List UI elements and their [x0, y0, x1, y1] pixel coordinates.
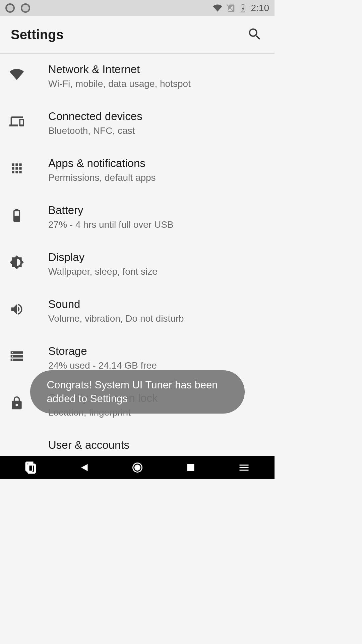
list-item-title: Battery — [48, 204, 266, 217]
list-item-title: User & accounts — [48, 439, 266, 451]
storage-icon — [9, 349, 24, 364]
page-title: Settings — [11, 27, 64, 42]
nav-overview-button[interactable] — [174, 460, 207, 476]
lock-icon — [9, 396, 24, 411]
wifi-icon — [213, 3, 222, 13]
toast-message: Congrats! System UI Tuner has been added… — [47, 379, 218, 404]
brightness-icon — [9, 255, 24, 270]
status-time: 2:10 — [251, 3, 269, 13]
home-circle-icon — [131, 462, 143, 474]
square-icon — [185, 462, 197, 474]
status-indicator-dot — [21, 3, 30, 13]
list-item-title: Storage — [48, 345, 266, 358]
settings-item-sound[interactable]: Sound Volume, vibration, Do not disturb — [0, 288, 275, 335]
battery-charging-icon — [238, 3, 248, 13]
toast-notification: Congrats! System UI Tuner has been added… — [30, 370, 245, 414]
list-item-subtitle: Volume, vibration, Do not disturb — [48, 312, 266, 325]
list-item-subtitle: Wallpaper, sleep, font size — [48, 265, 266, 278]
list-item-subtitle: 27% - 4 hrs until full over USB — [48, 218, 266, 231]
settings-item-battery[interactable]: Battery 27% - 4 hrs until full over USB — [0, 195, 275, 241]
svg-point-4 — [134, 465, 140, 471]
list-item-title: Connected devices — [48, 110, 266, 123]
navigation-bar — [0, 456, 275, 479]
wifi-icon — [9, 67, 24, 82]
list-item-title: Display — [48, 251, 266, 264]
menu-icon — [238, 462, 250, 474]
search-icon — [247, 26, 262, 42]
nav-back-button[interactable] — [67, 460, 101, 476]
list-item-subtitle: 24% used - 24.14 GB free — [48, 359, 266, 372]
status-left — [5, 3, 30, 13]
list-item-subtitle: Permissions, default apps — [48, 171, 266, 184]
status-indicator-dot — [5, 3, 15, 13]
svg-rect-0 — [15, 211, 19, 216]
volume-icon — [9, 302, 24, 317]
settings-item-network[interactable]: Network & Internet Wi-Fi, mobile, data u… — [0, 54, 275, 101]
devices-icon — [9, 114, 24, 129]
list-item-subtitle: Bluetooth, NFC, cast — [48, 124, 266, 137]
svg-rect-5 — [187, 464, 194, 471]
settings-item-apps[interactable]: Apps & notifications Permissions, defaul… — [0, 148, 275, 195]
settings-item-users[interactable]: User & accounts — [0, 429, 275, 451]
list-item-title: Sound — [48, 298, 266, 311]
nav-home-button[interactable] — [121, 460, 154, 476]
settings-item-display[interactable]: Display Wallpaper, sleep, font size — [0, 241, 275, 288]
nav-recents-alt-button[interactable] — [14, 460, 48, 476]
search-button[interactable] — [244, 24, 265, 46]
list-item-title: Apps & notifications — [48, 157, 266, 170]
nav-menu-button[interactable] — [227, 460, 261, 476]
app-bar: Settings — [0, 16, 275, 54]
settings-item-connected-devices[interactable]: Connected devices Bluetooth, NFC, cast — [0, 101, 275, 148]
list-item-subtitle: Wi-Fi, mobile, data usage, hotspot — [48, 77, 266, 90]
copy-icon — [25, 462, 37, 474]
back-triangle-icon — [78, 462, 90, 474]
no-sim-icon — [226, 3, 235, 13]
battery-icon — [9, 208, 24, 223]
list-item-title: Network & Internet — [48, 63, 266, 76]
status-right: 2:10 — [213, 3, 269, 13]
apps-icon — [9, 161, 24, 176]
status-bar: 2:10 — [0, 0, 275, 16]
